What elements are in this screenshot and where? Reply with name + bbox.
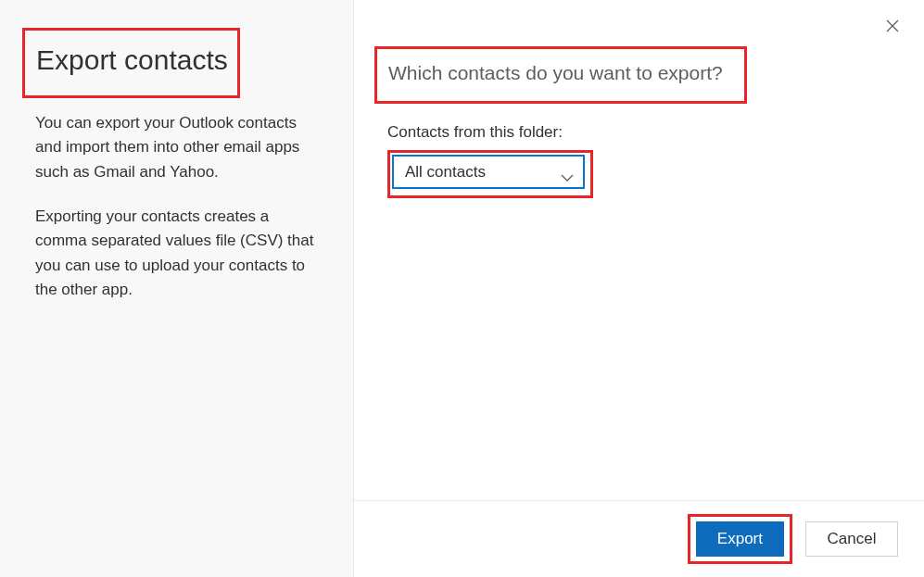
export-highlight-box: Export [688,514,792,564]
description-1: You can export your Outlook contacts and… [35,111,318,184]
dialog-title: Export contacts [36,44,228,77]
right-content: Which contacts do you want to export? Co… [354,0,924,500]
question-highlight-box: Which contacts do you want to export? [374,46,747,104]
title-highlight-box: Export contacts [22,28,240,98]
dropdown-highlight-box: All contacts [387,150,593,198]
export-button[interactable]: Export [696,521,784,557]
chevron-down-icon [561,169,574,176]
question-text: Which contacts do you want to export? [388,62,733,84]
folder-dropdown[interactable]: All contacts [392,155,585,189]
folder-label: Contacts from this folder: [387,123,924,142]
cancel-button[interactable]: Cancel [805,521,898,557]
description-2: Exporting your contacts creates a comma … [35,205,318,302]
left-panel: Export contacts You can export your Outl… [0,0,354,577]
dialog-footer: Export Cancel [354,500,924,577]
dropdown-selected-value: All contacts [405,163,486,182]
right-panel: Which contacts do you want to export? Co… [354,0,924,577]
